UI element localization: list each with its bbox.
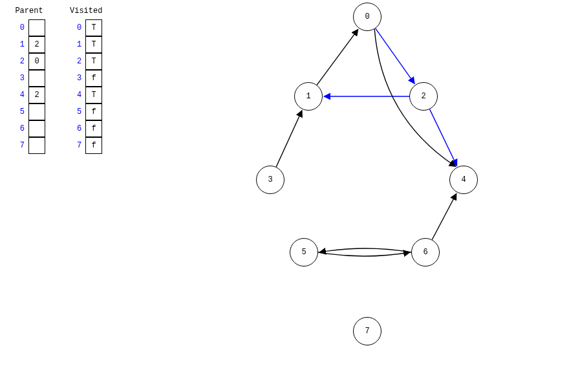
graph-edge-1-0: [317, 29, 358, 85]
graph-edge-2-4: [430, 109, 457, 166]
graph-node-4: 4: [449, 166, 478, 194]
graph-node-1: 1: [294, 82, 323, 111]
graph-edge-5-6: [318, 252, 410, 256]
graph-node-0: 0: [353, 3, 381, 31]
graph-canvas: 01234567: [0, 0, 569, 392]
graph-node-7: 7: [353, 317, 381, 345]
graph-edges: [0, 0, 569, 392]
graph-node-6: 6: [411, 238, 440, 267]
graph-node-5: 5: [290, 238, 318, 267]
graph-node-2: 2: [409, 82, 438, 111]
graph-node-3: 3: [256, 166, 284, 194]
graph-edge-6-4: [432, 193, 456, 239]
graph-edge-0-2: [376, 28, 414, 83]
graph-edge-3-1: [276, 111, 302, 167]
graph-edge-6-5: [319, 248, 411, 252]
